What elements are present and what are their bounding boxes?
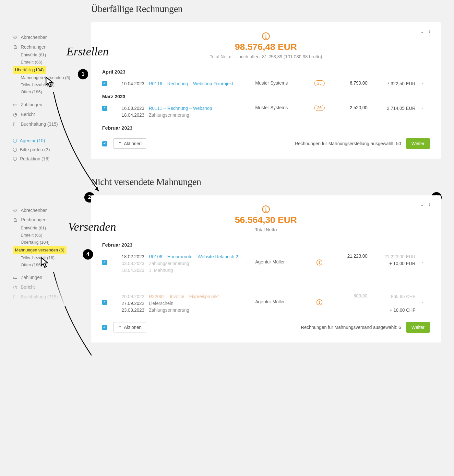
sidebar-sub-ueberfaellig[interactable]: Überfällig (104) [13, 66, 46, 74]
sidebar-sub-erstellt[interactable]: Erstellt (66) [13, 59, 91, 66]
expand-icon[interactable]: ⌄ [418, 105, 427, 110]
circle-icon [13, 148, 17, 152]
weiter-button[interactable]: Weiter [406, 138, 430, 149]
document-icon: 🗎 [13, 44, 21, 50]
screenshot-2: ⊘Abrechenbar 🗎Rechnungen Entwürfe (81) E… [0, 176, 454, 342]
page-title: Nicht versendete Mahnungen [91, 176, 441, 187]
chevron-down-icon[interactable]: ⌄ [420, 202, 424, 207]
hero-summary: 98.576,48 EUR Total Netto — noch offen: … [102, 32, 430, 59]
invoice-row[interactable]: 10.04.2023 R0116 – Rechnung – Webshop Fi… [102, 77, 430, 90]
expand-icon[interactable]: ⌄ [418, 253, 427, 264]
chevron-up-icon: ⌃ [118, 141, 122, 146]
invoice-title[interactable]: R0106 – Honorarnote – Website Relaunch 2… [149, 253, 253, 274]
footer-bar: ⌃Aktionen Rechnungen für Mahnungserstell… [102, 133, 430, 149]
sidebar-sub-offen[interactable]: Offen (186) [13, 261, 91, 269]
sidebar-item-bericht[interactable]: ◔Bericht [13, 282, 91, 292]
invoice-title[interactable]: R0116 – Rechnung – Webshop Fixprojekt [149, 80, 253, 87]
svg-point-5 [266, 211, 266, 211]
sidebar-item-bericht[interactable]: ◔Bericht [13, 110, 91, 119]
document-icon: 🗎 [13, 217, 21, 223]
sidebar-sub-teilw[interactable]: Teilw. bezahlt (16) [13, 81, 91, 88]
row-checkbox[interactable] [102, 300, 107, 305]
expand-icon[interactable]: ⌄ [418, 80, 427, 85]
invoice-customer: Agentur Müller [255, 293, 307, 304]
sidebar-sub-entwuerfe[interactable]: Entwürfe (81) [13, 225, 91, 232]
month-header: Februar 2023 [102, 242, 430, 248]
svg-point-11 [319, 303, 320, 304]
sidebar-sub-offen[interactable]: Offen (186) [13, 88, 91, 96]
sidebar-sub-entwuerfe[interactable]: Entwürfe (81) [13, 52, 91, 59]
sidebar-item-buchhaltung[interactable]: ▯Buchhaltung (315) [13, 292, 91, 302]
chevron-down-icon[interactable]: ⌄ [420, 29, 424, 34]
invoice-date: 10.04.2023 [114, 80, 146, 87]
sidebar: ⊘Abrechenbar 🗎Rechnungen Entwürfe (81) E… [0, 176, 91, 302]
invoice-title[interactable]: R0111 – Rechnung – Webshop Zahlungserinn… [149, 105, 253, 119]
invoice-row[interactable]: 16.03.2023 18.04.2023 R0111 – Rechnung –… [102, 102, 430, 122]
sidebar-item-redaktion[interactable]: Redaktion (18) [13, 154, 91, 163]
gauge-icon: ◔ [13, 284, 21, 290]
sidebar-item-zahlungen[interactable]: ▭Zahlungen [13, 273, 91, 282]
svg-point-8 [319, 263, 320, 264]
select-all-checkbox[interactable] [102, 141, 107, 146]
sidebar-item-abrechenbar[interactable]: ⊘Abrechenbar [13, 205, 91, 215]
hero-subtitle: Total Netto — noch offen: 81.253,89 (101… [102, 54, 430, 59]
actions-button[interactable]: ⌃Aktionen [113, 322, 146, 332]
row-checkbox[interactable] [102, 260, 107, 265]
footer-selection-text: Rechnungen für Mahnungsversand ausgewähl… [301, 325, 401, 330]
month-header: März 2023 [102, 94, 430, 99]
sidebar-sub-ueberfaellig[interactable]: Überfällig (104) [13, 239, 91, 246]
sidebar-sub-teilw[interactable]: Teilw. bezahlt (16) [13, 254, 91, 261]
invoice-gross: 7.322,50 EUR [370, 80, 415, 87]
invoice-title[interactable]: R22062 – Invoice – Fixpreisprojekt Liefe… [149, 293, 253, 314]
calendar-icon: ▭ [13, 274, 21, 280]
invoice-dates: 20.09.2022 27.09.2022 23.03.2023 [114, 293, 146, 314]
row-checkbox[interactable] [102, 81, 107, 86]
warning-icon [102, 205, 430, 214]
sidebar-item-bitte-pruefen[interactable]: Bitte prüfen (3) [13, 145, 91, 154]
hero-amount: 98.576,48 EUR [102, 42, 430, 52]
row-checkbox[interactable] [102, 106, 107, 111]
invoice-gross: 21.223,00 EUR + 10,00 EUR [370, 253, 415, 267]
weiter-button[interactable]: Weiter [406, 322, 430, 333]
circle-icon [13, 139, 17, 143]
invoice-customer: Muster Systems [255, 80, 307, 86]
expand-icon[interactable]: ⌄ [418, 293, 427, 304]
sidebar-item-rechnungen[interactable]: 🗎Rechnungen [13, 42, 91, 52]
invoice-customer: Muster Systems [255, 105, 307, 110]
sidebar-item-buchhaltung[interactable]: ▯Buchhaltung (315) [13, 119, 91, 129]
book-icon: ▯ [13, 121, 21, 127]
invoice-net: 21.223,00 [332, 253, 367, 259]
footer-selection-text: Rechnungen für Mahnungserstellung ausgew… [295, 141, 401, 146]
download-icon[interactable]: ⤓ [427, 202, 431, 207]
actions-button[interactable]: ⌃Aktionen [113, 138, 146, 149]
check-circle-icon: ⊘ [13, 207, 21, 213]
sidebar-sub-erstellt[interactable]: Erstellt (66) [13, 232, 91, 239]
book-icon: ▯ [13, 294, 21, 300]
invoice-net: 2.520,00 [332, 105, 367, 110]
download-icon[interactable]: ⤓ [427, 29, 431, 34]
gauge-icon: ◔ [13, 111, 21, 117]
warning-icon [316, 299, 323, 306]
content-card: ⌄ ⤓ 98.576,48 EUR Total Netto — noch off… [91, 22, 441, 159]
invoice-net: 6.799,00 [332, 80, 367, 86]
sidebar-item-zahlungen[interactable]: ▭Zahlungen [13, 100, 91, 110]
invoice-gross: 865,65 CHF + 10,00 CHF [370, 293, 415, 314]
invoice-customer: Agentur Müller [255, 253, 307, 264]
sidebar-item-agentur[interactable]: Agentur (10) [13, 136, 91, 145]
warning-icon [316, 259, 323, 266]
month-header: Februar 2023 [102, 125, 430, 131]
days-badge: 23 [314, 80, 324, 86]
sidebar-item-rechnungen[interactable]: 🗎Rechnungen [13, 215, 91, 225]
invoice-dates: 18.02.2023 03.03.2023 18.04.2023 [114, 253, 146, 274]
hero-amount: 56.564,30 EUR [102, 215, 430, 225]
calendar-icon: ▭ [13, 102, 21, 108]
sidebar: ⊘Abrechenbar 🗎Rechnungen Entwürfe (81) E… [0, 3, 91, 163]
select-all-checkbox[interactable] [102, 325, 107, 330]
sidebar-item-abrechenbar[interactable]: ⊘Abrechenbar [13, 32, 91, 42]
sidebar-sub-mahnungen[interactable]: Mahnungen versenden (6) [13, 74, 91, 81]
page-title: Überfällige Rechnungen [91, 3, 441, 14]
sidebar-sub-mahnungen[interactable]: Mahnungen versenden (6) [13, 246, 66, 254]
invoice-row[interactable]: 20.09.2022 27.09.2022 23.03.2023 R22062 … [102, 290, 430, 317]
invoice-row[interactable]: 18.02.2023 03.03.2023 18.04.2023 R0106 –… [102, 250, 430, 277]
warning-icon [102, 32, 430, 41]
